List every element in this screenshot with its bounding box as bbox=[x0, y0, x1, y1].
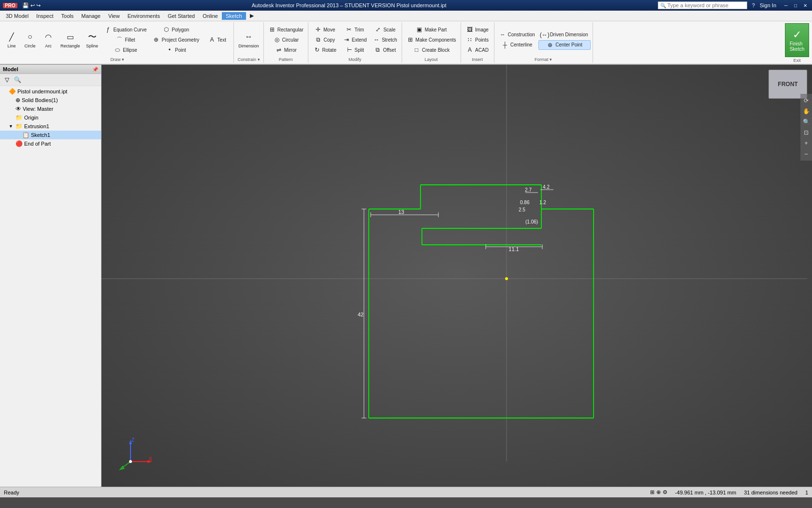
mirror-button[interactable]: ⇌ Mirror bbox=[266, 45, 306, 55]
statusbar-icons: ⊞ ⊕ ⚙ bbox=[650, 489, 667, 495]
ribbon-group-modify: ✛ Move ⧉ Copy ↻ Rotate ✂ Trim bbox=[308, 22, 402, 63]
model-panel: Model 📌 ▽ 🔍 🔶 Pistol undermount.ipt ⊕ So… bbox=[0, 65, 102, 487]
grid-icon[interactable]: ⊞ bbox=[650, 489, 654, 495]
circular-button[interactable]: ◎ Circular bbox=[266, 35, 306, 45]
exit-group-label: Exit bbox=[785, 57, 809, 63]
signin-button[interactable]: Sign In bbox=[760, 2, 776, 8]
construction-button[interactable]: ╌ Construction bbox=[496, 30, 537, 40]
sketch-viewport[interactable]: 13 42 11.1 2.7 4.2 0.86 1.2 2.5 bbox=[102, 65, 812, 487]
pattern-small: ⊞ Rectangular ◎ Circular ⇌ Mirror bbox=[266, 24, 306, 55]
minimize-button[interactable]: ─ bbox=[782, 1, 790, 9]
menu-item-manage[interactable]: Manage bbox=[77, 12, 104, 20]
titlebar-left: PRO 💾 ↩ ↪ bbox=[3, 2, 41, 9]
tree-item-solid-bodies[interactable]: ⊕ Solid Bodies(1) bbox=[0, 96, 101, 105]
copy-button[interactable]: ⧉ Copy bbox=[310, 35, 339, 45]
scale-button[interactable]: ⤢ Scale bbox=[370, 25, 400, 34]
modify-small1: ✛ Move ⧉ Copy ↻ Rotate bbox=[310, 24, 339, 55]
move-label: Move bbox=[323, 27, 335, 32]
make-part-button[interactable]: ▣ Make Part bbox=[404, 25, 459, 34]
points-button[interactable]: ∷ Points bbox=[463, 35, 492, 45]
create-block-button[interactable]: □ Create Block bbox=[404, 45, 459, 55]
arc-label: Arc bbox=[45, 44, 52, 48]
trim-button[interactable]: ✂ Trim bbox=[340, 25, 369, 34]
search-panel-button[interactable]: 🔍 bbox=[13, 75, 22, 85]
rotate-button[interactable]: ↻ Rotate bbox=[310, 45, 339, 55]
extend-label: Extend bbox=[352, 37, 367, 43]
menu-item-3dmodel[interactable]: 3D Model bbox=[2, 12, 32, 20]
text-button[interactable]: A Text bbox=[203, 35, 232, 45]
point-button[interactable]: • Point bbox=[150, 45, 202, 55]
fillet-icon: ⌒ bbox=[116, 36, 123, 44]
search-box[interactable]: 🔍 bbox=[658, 1, 747, 9]
copy-label: Copy bbox=[324, 37, 335, 43]
close-button[interactable]: ✕ bbox=[801, 1, 809, 9]
rectangle-label: Rectangle bbox=[60, 44, 80, 48]
centerline-button[interactable]: ┼ Centerline bbox=[496, 40, 537, 50]
redo-icon[interactable]: ↪ bbox=[36, 2, 41, 9]
menu-item-tools[interactable]: Tools bbox=[58, 12, 78, 20]
save-icon[interactable]: 💾 bbox=[22, 2, 29, 9]
modify-small3: ⤢ Scale ↔ Stretch ⧉ Offset bbox=[370, 24, 400, 55]
acad-button[interactable]: A ACAD bbox=[463, 45, 492, 55]
offset-button[interactable]: ⧉ Offset bbox=[370, 45, 400, 55]
dimensions-needed: 31 dimensions needed bbox=[744, 490, 798, 495]
image-button[interactable]: 🖼 Image bbox=[463, 25, 492, 34]
panel-pin-icon[interactable]: 📌 bbox=[92, 67, 98, 72]
menu-item-getstarted[interactable]: Get Started bbox=[164, 12, 199, 20]
line-button[interactable]: ╱ Line bbox=[3, 24, 20, 55]
equation-curve-button[interactable]: ƒ Equation Curve bbox=[102, 25, 149, 34]
maximize-button[interactable]: □ bbox=[792, 1, 799, 9]
line-label: Line bbox=[7, 44, 15, 48]
polygon-button[interactable]: ⬡ Polygon bbox=[150, 25, 202, 34]
arc-button[interactable]: ◠ Arc bbox=[40, 24, 57, 55]
tree-item-origin[interactable]: 📁 Origin bbox=[0, 113, 101, 122]
create-block-icon: □ bbox=[413, 46, 420, 54]
menu-item-environments[interactable]: Environments bbox=[124, 12, 164, 20]
settings-icon[interactable]: ⚙ bbox=[663, 489, 667, 495]
undo-icon[interactable]: ↩ bbox=[30, 2, 35, 9]
search-input[interactable] bbox=[667, 2, 745, 8]
canvas-area[interactable]: FRONT ⟳ ✋ 🔍 ⊡ + – bbox=[102, 65, 812, 487]
dimension-button[interactable]: ↔ Dimension bbox=[236, 24, 261, 55]
tree-item-file[interactable]: 🔶 Pistol undermount.ipt bbox=[0, 87, 101, 96]
image-label: Image bbox=[475, 27, 489, 32]
rectangular-button[interactable]: ⊞ Rectangular bbox=[266, 25, 306, 34]
rectangle-button[interactable]: ▭ Rectangle bbox=[58, 24, 83, 55]
extend-button[interactable]: ⇥ Extend bbox=[340, 35, 369, 45]
pattern-group-label: Pattern bbox=[266, 56, 306, 62]
driven-dimension-button[interactable]: (↔) Driven Dimension bbox=[538, 30, 591, 40]
split-button[interactable]: ⊢ Split bbox=[340, 45, 369, 55]
tree-item-view[interactable]: 👁 View: Master bbox=[0, 105, 101, 113]
make-components-button[interactable]: ⊞ Make Components bbox=[404, 35, 459, 45]
tree-label-solid-bodies: Solid Bodies(1) bbox=[22, 97, 58, 103]
spline-button[interactable]: 〜 Spline bbox=[84, 24, 101, 55]
rotate-label: Rotate bbox=[322, 47, 336, 53]
ellipse-button[interactable]: ⬭ Ellipse bbox=[102, 45, 149, 55]
title-bar: PRO 💾 ↩ ↪ Autodesk Inventor Professional… bbox=[0, 0, 812, 11]
menu-item-expand[interactable]: ▶ bbox=[246, 12, 258, 20]
snap-icon[interactable]: ⊕ bbox=[656, 489, 661, 495]
project-geometry-button[interactable]: ⊕ Project Geometry bbox=[150, 35, 202, 45]
menu-item-sketch[interactable]: Sketch bbox=[222, 12, 246, 20]
titlebar-right: 🔍 ? Sign In ─ □ ✕ bbox=[658, 1, 809, 9]
menu-item-inspect[interactable]: Inspect bbox=[32, 12, 57, 20]
finish-sketch-button[interactable]: ✓ FinishSketch bbox=[785, 23, 809, 57]
circular-label: Circular bbox=[282, 37, 299, 43]
menu-item-view[interactable]: View bbox=[104, 12, 124, 20]
tree-item-extrusion[interactable]: ▼ 📁 Extrusion1 bbox=[0, 122, 101, 131]
move-button[interactable]: ✛ Move bbox=[310, 25, 339, 34]
menu-item-online[interactable]: Online bbox=[199, 12, 222, 20]
circle-button[interactable]: ○ Circle bbox=[21, 24, 39, 55]
center-point-label: Center Point bbox=[555, 42, 582, 47]
help-button[interactable]: ? bbox=[752, 2, 755, 8]
stretch-button[interactable]: ↔ Stretch bbox=[370, 35, 400, 45]
origin-point bbox=[505, 277, 508, 280]
filter-button[interactable]: ▽ bbox=[2, 75, 12, 85]
tree-item-end[interactable]: 🔴 End of Part bbox=[0, 139, 101, 148]
axes-svg: Z X bbox=[116, 437, 155, 471]
trim-icon: ✂ bbox=[345, 26, 353, 33]
tree-item-sketch[interactable]: 📋 Sketch1 bbox=[0, 131, 101, 139]
center-point-button[interactable]: ⊕ Center Point bbox=[538, 40, 591, 50]
fillet-button[interactable]: ⌒ Fillet bbox=[102, 35, 149, 45]
dim-label-1-2: 1.2 bbox=[539, 200, 546, 205]
